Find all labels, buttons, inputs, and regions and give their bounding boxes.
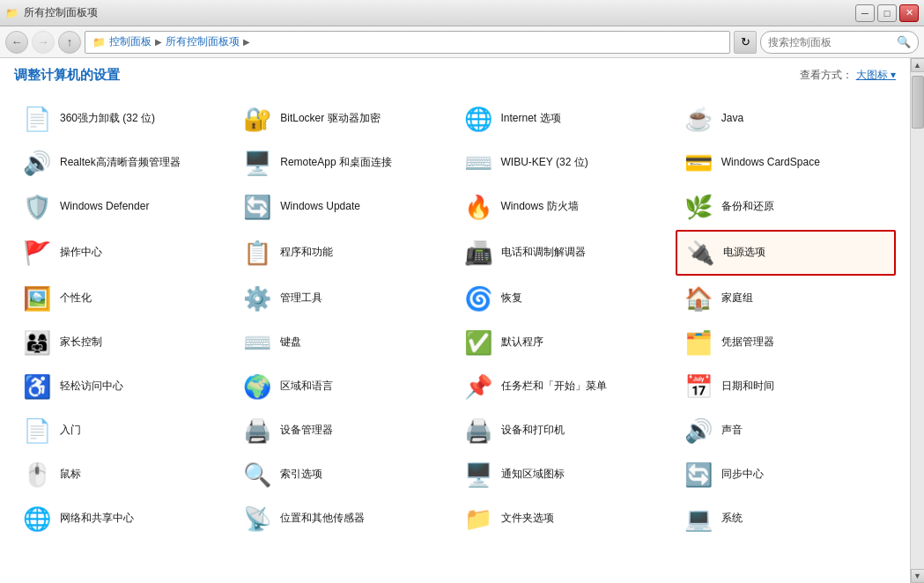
- item-label-36: 网络和共享中心: [60, 512, 134, 526]
- window-title: 所有控制面板项: [24, 5, 98, 20]
- title-bar-left: 📁 所有控制面板项: [5, 5, 98, 20]
- control-item-7[interactable]: 💳Windows CardSpace: [676, 142, 896, 184]
- item-icon-19: 🏠: [683, 283, 714, 314]
- control-item-37[interactable]: 📡位置和其他传感器: [234, 498, 455, 540]
- control-item-36[interactable]: 🌐网络和共享中心: [14, 498, 234, 540]
- control-item-12[interactable]: 🚩操作中心: [14, 230, 234, 276]
- item-icon-16: 🖼️: [21, 283, 53, 314]
- control-item-28[interactable]: 📄入门: [14, 410, 234, 452]
- control-item-16[interactable]: 🖼️个性化: [14, 277, 234, 320]
- scrollbar[interactable]: ▲ ▼: [910, 58, 924, 583]
- item-label-35: 同步中心: [721, 468, 764, 482]
- items-grid: 📄360强力卸载 (32 位)🔐BitLocker 驱动器加密🌐Internet…: [14, 98, 896, 540]
- item-label-37: 位置和其他传感器: [280, 512, 365, 526]
- item-label-38: 文件夹选项: [501, 512, 554, 526]
- control-item-29[interactable]: 🖨️设备管理器: [234, 410, 455, 452]
- control-item-34[interactable]: 🖥️通知区域图标: [455, 454, 676, 496]
- scroll-down-button[interactable]: ▼: [911, 569, 925, 583]
- control-item-8[interactable]: 🛡️Windows Defender: [14, 186, 234, 228]
- control-item-15[interactable]: 🔌电源选项: [676, 230, 896, 276]
- item-icon-11: 🌿: [683, 191, 714, 223]
- item-icon-20: 👨‍👩‍👧: [21, 327, 53, 358]
- control-item-32[interactable]: 🖱️鼠标: [14, 454, 234, 496]
- minimize-button[interactable]: ─: [855, 4, 875, 22]
- address-bar: ← → ↑ 📁 控制面板 ▶ 所有控制面板项 ▶ ↻ 🔍: [0, 26, 924, 58]
- control-item-27[interactable]: 📅日期和时间: [676, 365, 896, 408]
- control-item-1[interactable]: 🔐BitLocker 驱动器加密: [234, 98, 455, 140]
- control-item-26[interactable]: 📌任务栏和「开始」菜单: [455, 365, 676, 408]
- item-label-5: RemoteApp 和桌面连接: [280, 156, 392, 170]
- item-label-7: Windows CardSpace: [721, 156, 820, 170]
- control-item-30[interactable]: 🖨️设备和打印机: [455, 410, 676, 452]
- control-item-31[interactable]: 🔊声音: [676, 410, 896, 452]
- item-icon-9: 🔄: [241, 191, 273, 223]
- view-mode-link[interactable]: 大图标 ▾: [856, 68, 896, 83]
- item-icon-21: ⌨️: [241, 327, 273, 358]
- scroll-thumb[interactable]: [912, 76, 924, 129]
- control-item-20[interactable]: 👨‍👩‍👧家长控制: [14, 321, 234, 364]
- control-item-14[interactable]: 📠电话和调制解调器: [455, 230, 676, 276]
- breadcrumb-allitems[interactable]: 所有控制面板项: [166, 34, 240, 49]
- item-label-0: 360强力卸载 (32 位): [60, 112, 155, 126]
- control-item-5[interactable]: 🖥️RemoteApp 和桌面连接: [234, 142, 455, 184]
- up-button[interactable]: ↑: [58, 31, 81, 54]
- control-item-2[interactable]: 🌐Internet 选项: [455, 98, 676, 140]
- control-item-0[interactable]: 📄360强力卸载 (32 位): [14, 98, 234, 140]
- item-label-16: 个性化: [60, 292, 92, 306]
- maximize-button[interactable]: □: [877, 4, 897, 22]
- back-button[interactable]: ←: [5, 31, 28, 54]
- control-item-23[interactable]: 🗂️凭据管理器: [676, 321, 896, 364]
- control-item-21[interactable]: ⌨️键盘: [234, 321, 455, 364]
- item-icon-17: ⚙️: [241, 283, 273, 314]
- item-icon-37: 📡: [241, 503, 273, 535]
- item-label-25: 区域和语言: [280, 380, 333, 394]
- view-mode-selector: 查看方式： 大图标 ▾: [800, 68, 896, 83]
- scroll-track[interactable]: [911, 72, 925, 569]
- item-label-23: 凭据管理器: [721, 336, 774, 350]
- control-item-17[interactable]: ⚙️管理工具: [234, 277, 455, 320]
- item-label-2: Internet 选项: [501, 112, 561, 126]
- close-button[interactable]: ✕: [899, 4, 919, 22]
- item-icon-15: 🔌: [684, 237, 716, 269]
- control-item-22[interactable]: ✅默认程序: [455, 321, 676, 364]
- refresh-button[interactable]: ↻: [734, 31, 757, 54]
- item-icon-33: 🔍: [241, 459, 273, 491]
- control-item-39[interactable]: 💻系统: [676, 498, 896, 540]
- control-item-13[interactable]: 📋程序和功能: [234, 230, 455, 276]
- item-icon-25: 🌍: [241, 371, 273, 402]
- item-label-8: Windows Defender: [60, 200, 149, 214]
- control-item-19[interactable]: 🏠家庭组: [676, 277, 896, 320]
- control-item-3[interactable]: ☕Java: [676, 98, 896, 140]
- item-label-39: 系统: [721, 512, 743, 526]
- item-icon-30: 🖨️: [462, 415, 494, 446]
- control-item-25[interactable]: 🌍区域和语言: [234, 365, 455, 408]
- search-input[interactable]: [768, 36, 893, 48]
- control-item-33[interactable]: 🔍索引选项: [234, 454, 455, 496]
- item-label-4: Realtek高清晰音频管理器: [60, 156, 181, 170]
- item-label-14: 电话和调制解调器: [501, 246, 586, 260]
- item-label-22: 默认程序: [501, 336, 543, 350]
- item-icon-13: 📋: [241, 237, 273, 269]
- control-item-9[interactable]: 🔄Windows Update: [234, 186, 455, 228]
- forward-button[interactable]: →: [32, 31, 55, 54]
- control-item-4[interactable]: 🔊Realtek高清晰音频管理器: [14, 142, 234, 184]
- control-item-24[interactable]: ♿轻松访问中心: [14, 365, 234, 408]
- address-path[interactable]: 📁 控制面板 ▶ 所有控制面板项 ▶: [85, 31, 730, 54]
- item-icon-24: ♿: [21, 371, 53, 402]
- control-item-18[interactable]: 🌀恢复: [455, 277, 676, 320]
- control-item-35[interactable]: 🔄同步中心: [676, 454, 896, 496]
- item-icon-26: 📌: [462, 371, 494, 402]
- item-label-11: 备份和还原: [721, 200, 774, 214]
- item-label-18: 恢复: [501, 292, 522, 306]
- control-item-38[interactable]: 📁文件夹选项: [455, 498, 676, 540]
- search-box[interactable]: 🔍: [760, 31, 919, 54]
- item-icon-22: ✅: [462, 327, 494, 358]
- scroll-up-button[interactable]: ▲: [911, 58, 925, 72]
- item-icon-2: 🌐: [462, 103, 494, 135]
- control-item-10[interactable]: 🔥Windows 防火墙: [455, 186, 676, 228]
- item-icon-12: 🚩: [21, 237, 53, 269]
- control-item-11[interactable]: 🌿备份和还原: [676, 186, 896, 228]
- item-icon-27: 📅: [683, 371, 714, 402]
- control-item-6[interactable]: ⌨️WIBU-KEY (32 位): [455, 142, 676, 184]
- breadcrumb-controlpanel[interactable]: 控制面板: [109, 34, 152, 49]
